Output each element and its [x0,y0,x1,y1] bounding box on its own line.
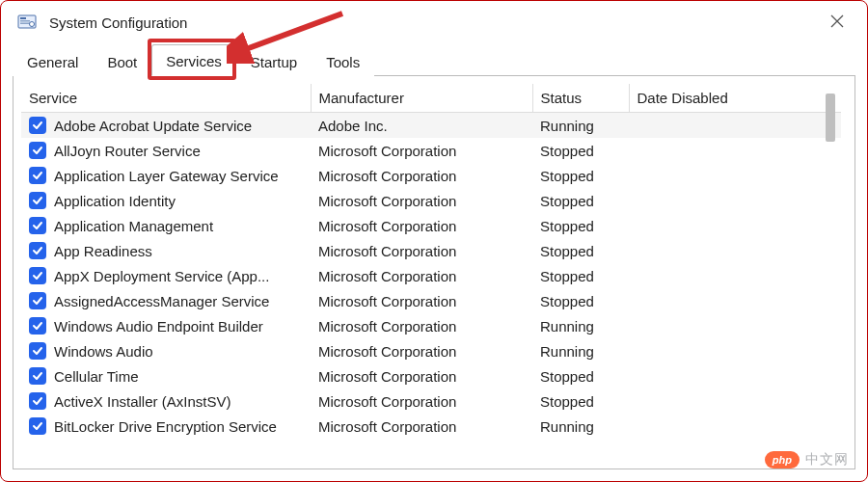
service-name: Application Identity [54,193,176,209]
service-status: Stopped [532,163,629,188]
service-date-disabled [629,188,841,213]
service-checkbox[interactable] [29,217,46,234]
service-checkbox[interactable] [29,367,46,385]
tab-general[interactable]: General [13,45,93,76]
service-date-disabled [629,414,841,439]
service-name: ActiveX Installer (AxInstSV) [54,393,231,410]
service-name: App Readiness [54,243,152,259]
service-date-disabled [629,263,841,288]
service-date-disabled [629,238,841,263]
services-panel: Service Manufacturer Status Date Disable… [13,75,855,469]
service-manufacturer: Microsoft Corporation [311,363,532,388]
service-status: Stopped [532,388,629,414]
col-status[interactable]: Status [532,84,629,113]
service-status: Stopped [532,363,629,388]
service-date-disabled [629,363,841,388]
service-manufacturer: Microsoft Corporation [311,288,532,313]
scrollbar-thumb[interactable] [826,94,835,142]
table-row[interactable]: Windows AudioMicrosoft CorporationRunnin… [21,338,841,363]
service-date-disabled [629,288,841,313]
service-name: Windows Audio [54,343,153,360]
tab-startup[interactable]: Startup [236,45,312,76]
service-name: Adobe Acrobat Update Service [54,118,252,134]
svg-rect-3 [20,23,30,25]
services-table-wrap: Service Manufacturer Status Date Disable… [14,76,854,469]
service-name: Cellular Time [54,368,139,385]
service-manufacturer: Adobe Inc. [311,113,532,139]
service-status: Stopped [532,263,629,288]
service-checkbox[interactable] [29,342,46,360]
service-checkbox[interactable] [29,417,46,435]
service-name: BitLocker Drive Encryption Service [54,418,277,435]
table-row[interactable]: AppX Deployment Service (App...Microsoft… [21,263,841,288]
service-name: AppX Deployment Service (App... [54,268,269,284]
service-name: AllJoyn Router Service [54,143,201,159]
service-date-disabled [629,313,841,338]
table-row[interactable]: Application ManagementMicrosoft Corporat… [21,213,841,238]
service-date-disabled [629,113,841,139]
service-date-disabled [629,338,841,363]
svg-point-4 [30,22,35,27]
titlebar: System Configuration [1,1,867,43]
table-row[interactable]: Windows Audio Endpoint BuilderMicrosoft … [21,313,841,338]
service-checkbox[interactable] [29,242,46,259]
table-row[interactable]: BitLocker Drive Encryption ServiceMicros… [21,414,841,439]
table-row[interactable]: Cellular TimeMicrosoft CorporationStoppe… [21,363,841,388]
table-row[interactable]: ActiveX Installer (AxInstSV)Microsoft Co… [21,388,841,414]
msconfig-icon [16,12,38,33]
service-date-disabled [629,213,841,238]
service-manufacturer: Microsoft Corporation [311,263,532,288]
service-manufacturer: Microsoft Corporation [311,213,532,238]
service-status: Running [532,338,629,363]
table-row[interactable]: Application Layer Gateway ServiceMicroso… [21,163,841,188]
close-icon [830,14,844,28]
table-row[interactable]: AssignedAccessManager ServiceMicrosoft C… [21,288,841,313]
service-date-disabled [629,138,841,163]
watermark-text: 中文网 [805,451,849,469]
watermark-badge: php [765,451,800,469]
table-row[interactable]: AllJoyn Router ServiceMicrosoft Corporat… [21,138,841,163]
tab-tools[interactable]: Tools [312,45,374,76]
service-checkbox[interactable] [29,117,46,134]
service-manufacturer: Microsoft Corporation [311,163,532,188]
svg-rect-1 [20,17,26,19]
tab-boot[interactable]: Boot [93,45,151,76]
service-manufacturer: Microsoft Corporation [311,188,532,213]
watermark: php 中文网 [765,451,849,469]
table-row[interactable]: Adobe Acrobat Update ServiceAdobe Inc.Ru… [21,113,841,139]
service-status: Stopped [532,238,629,263]
service-status: Running [532,414,629,439]
service-name: AssignedAccessManager Service [54,293,269,309]
service-manufacturer: Microsoft Corporation [311,338,532,363]
service-status: Running [532,313,629,338]
service-date-disabled [629,388,841,414]
tab-services[interactable]: Services [151,44,236,76]
service-checkbox[interactable] [29,142,46,159]
service-status: Running [532,113,629,139]
service-checkbox[interactable] [29,167,46,184]
close-button[interactable] [823,9,852,37]
service-status: Stopped [532,138,629,163]
col-service[interactable]: Service [21,84,311,113]
tab-bar: GeneralBootServicesStartupTools [1,43,867,75]
service-checkbox[interactable] [29,317,46,335]
service-checkbox[interactable] [29,267,46,284]
service-status: Stopped [532,188,629,213]
service-checkbox[interactable] [29,292,46,309]
col-manufacturer[interactable]: Manufacturer [311,84,532,113]
service-checkbox[interactable] [29,392,46,410]
service-manufacturer: Microsoft Corporation [311,313,532,338]
service-date-disabled [629,163,841,188]
svg-rect-2 [20,20,30,22]
col-date-disabled[interactable]: Date Disabled [629,84,841,113]
service-manufacturer: Microsoft Corporation [311,138,532,163]
table-row[interactable]: App ReadinessMicrosoft CorporationStoppe… [21,238,841,263]
service-checkbox[interactable] [29,192,46,209]
service-name: Application Management [54,218,213,234]
service-name: Application Layer Gateway Service [54,168,279,184]
services-table: Service Manufacturer Status Date Disable… [21,84,841,439]
table-header-row: Service Manufacturer Status Date Disable… [21,84,841,113]
table-row[interactable]: Application IdentityMicrosoft Corporatio… [21,188,841,213]
service-name: Windows Audio Endpoint Builder [54,318,263,335]
service-status: Stopped [532,288,629,313]
